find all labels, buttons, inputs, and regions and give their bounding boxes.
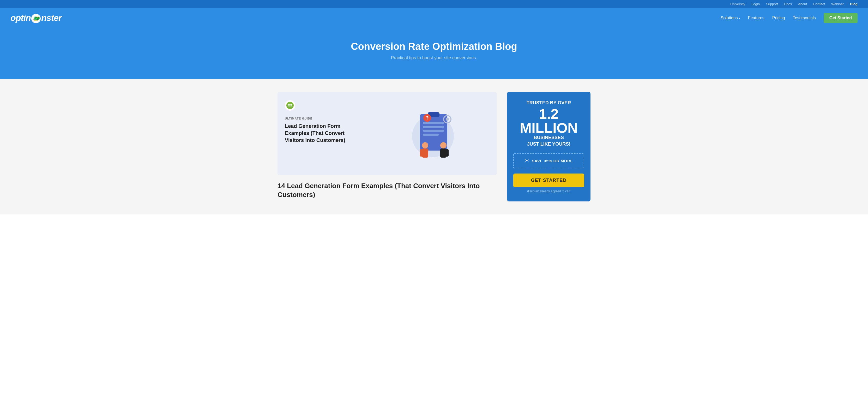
- card-title: Lead Generation Form Examples (That Conv…: [285, 123, 362, 144]
- svg-rect-11: [423, 133, 439, 136]
- save-text: SAVE 35% OR MORE: [532, 159, 573, 163]
- topbar-login[interactable]: Login: [751, 2, 760, 6]
- solutions-dropdown-icon: ▾: [739, 17, 740, 20]
- trust-widget: TRUSTED BY OVER 1.2 MILLION BUSINESSES J…: [507, 92, 590, 202]
- nav-solutions[interactable]: Solutions ▾: [721, 16, 740, 20]
- svg-point-19: [440, 142, 446, 149]
- hero-section: Conversion Rate Optimization Blog Practi…: [0, 28, 868, 79]
- svg-rect-10: [423, 130, 444, 132]
- hero-title: Conversion Rate Optimization Blog: [10, 41, 858, 52]
- svg-rect-21: [445, 149, 448, 157]
- just-like-label: JUST LIKE YOURS!: [513, 142, 584, 147]
- businesses-label: BUSINESSES: [513, 135, 584, 141]
- articles-column: ULTIMATE GUIDE Lead Generation Form Exam…: [278, 92, 497, 199]
- svg-rect-9: [423, 126, 444, 128]
- widget-get-started-button[interactable]: GET STARTED: [513, 174, 584, 187]
- main-nav: Solutions ▾ Features Pricing Testimonial…: [721, 13, 858, 23]
- sidebar: TRUSTED BY OVER 1.2 MILLION BUSINESSES J…: [507, 92, 590, 202]
- logo-text-after: nster: [41, 13, 62, 23]
- article-illustration: ?: [404, 105, 462, 162]
- logo-monster-icon: 🐲: [31, 14, 41, 23]
- hero-subtitle: Practical tips to boost your site conver…: [10, 55, 858, 61]
- logo[interactable]: optin🐲nster: [10, 13, 62, 23]
- get-started-button[interactable]: Get Started: [824, 13, 858, 23]
- svg-rect-8: [423, 122, 444, 124]
- main-header: optin🐲nster Solutions ▾ Features Pricing…: [0, 8, 868, 28]
- topbar-university[interactable]: University: [730, 2, 745, 6]
- nav-features[interactable]: Features: [748, 16, 765, 20]
- nav-testimonials[interactable]: Testimonials: [793, 16, 816, 20]
- featured-card[interactable]: ULTIMATE GUIDE Lead Generation Form Exam…: [278, 92, 497, 175]
- card-tag: ULTIMATE GUIDE: [285, 117, 362, 120]
- card-text-area: ULTIMATE GUIDE Lead Generation Form Exam…: [278, 92, 370, 175]
- nav-pricing[interactable]: Pricing: [772, 16, 785, 20]
- author-avatar: [285, 100, 295, 111]
- scissor-icon: ✂: [525, 157, 529, 164]
- svg-point-4: [291, 104, 291, 105]
- svg-text:?: ?: [426, 115, 429, 121]
- trusted-by-label: TRUSTED BY OVER: [513, 100, 584, 106]
- topbar-blog[interactable]: Blog: [850, 2, 858, 6]
- topbar-contact[interactable]: Contact: [813, 2, 825, 6]
- top-bar: University Login Support Docs About Cont…: [0, 0, 868, 8]
- million-label: 1.2 MILLION: [513, 107, 584, 135]
- topbar-about[interactable]: About: [798, 2, 807, 6]
- svg-point-15: [446, 118, 449, 121]
- logo-text: optin: [10, 13, 31, 23]
- discount-note: discount already applied to cart: [513, 189, 584, 193]
- topbar-support[interactable]: Support: [766, 2, 778, 6]
- svg-point-0: [286, 102, 294, 109]
- svg-rect-18: [420, 149, 424, 157]
- article-main-title[interactable]: 14 Lead Generation Form Examples (That C…: [278, 182, 497, 199]
- topbar-docs[interactable]: Docs: [784, 2, 792, 6]
- save-box: ✂ SAVE 35% OR MORE: [513, 153, 584, 168]
- svg-point-16: [422, 142, 428, 149]
- svg-point-3: [289, 104, 289, 105]
- topbar-webinar[interactable]: Webinar: [831, 2, 844, 6]
- card-image-area: ?: [370, 92, 497, 175]
- content-area: ULTIMATE GUIDE Lead Generation Form Exam…: [0, 79, 868, 214]
